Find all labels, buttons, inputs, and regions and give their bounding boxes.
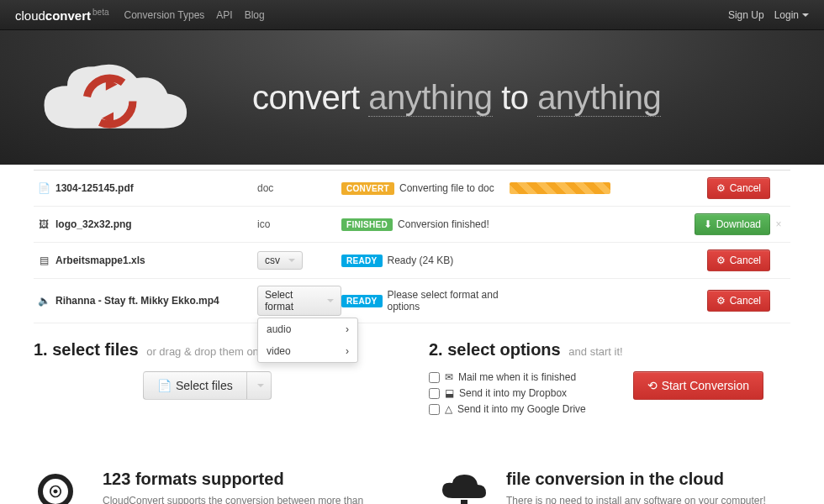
option-checkbox[interactable] bbox=[429, 388, 440, 399]
navbar: cloudconvertbeta Conversion Types API Bl… bbox=[0, 0, 824, 30]
file-row: ▤ Arbeitsmappe1.xlscsvREADYReady (24 KB)… bbox=[34, 243, 790, 279]
format-dropdown: audio›video› bbox=[257, 318, 358, 363]
file-status: READYPlease select format and options bbox=[341, 289, 510, 312]
select-files-group: 📄 Select files bbox=[143, 371, 272, 400]
chevron-right-icon: › bbox=[346, 323, 349, 335]
option-label: Mail me when it is finished bbox=[458, 371, 576, 383]
step2-title: 2. select options bbox=[429, 340, 561, 359]
features-row: ⦿ 123 formats supported CloudConvert sup… bbox=[34, 470, 790, 504]
file-name: Rihanna - Stay ft. Mikky Ekko.mp4 bbox=[55, 295, 257, 307]
status-badge: CONVERT bbox=[341, 182, 394, 195]
sheet-icon: ▤ bbox=[37, 255, 50, 266]
option-row: ⬓ Send it into my Dropbox bbox=[429, 387, 586, 399]
chevron-down-icon bbox=[257, 384, 264, 387]
step2-hint: and start it! bbox=[568, 345, 622, 358]
file-list: 📄 1304-125145.pdfdocCONVERTConverting fi… bbox=[34, 170, 790, 323]
nav-right: Sign Up Login bbox=[728, 9, 809, 21]
status-text: Conversion finished! bbox=[398, 218, 489, 230]
feature-cloud-title: file conversion in the cloud bbox=[506, 470, 766, 489]
steps-row: 1. select files or drag & drop them on t… bbox=[34, 340, 790, 419]
file-icon: 📄 bbox=[37, 182, 50, 194]
file-row: 🖼 logo_32x32.pngicoFINISHEDConversion fi… bbox=[34, 207, 790, 243]
gear-icon: ⚙ bbox=[716, 182, 726, 194]
cloud-download-icon bbox=[437, 470, 491, 504]
feature-formats-desc: CloudConvert supports the conversion bet… bbox=[103, 494, 363, 504]
nav-link-blog[interactable]: Blog bbox=[245, 9, 265, 21]
feature-formats: ⦿ 123 formats supported CloudConvert sup… bbox=[34, 470, 387, 504]
gear-icon: ⚙ bbox=[716, 255, 726, 266]
start-conversion-button[interactable]: ⟲ Start Conversion bbox=[633, 371, 763, 400]
brand-thin: cloud bbox=[15, 8, 45, 23]
file-name: 1304-125145.pdf bbox=[55, 182, 257, 194]
format-option-video[interactable]: video› bbox=[258, 340, 357, 362]
gear-icon: ⚙ bbox=[716, 295, 726, 307]
download-icon: ⬇ bbox=[704, 218, 712, 230]
nav-link-api[interactable]: API bbox=[216, 9, 232, 21]
chevron-right-icon: › bbox=[346, 345, 349, 357]
signup-link[interactable]: Sign Up bbox=[728, 9, 764, 21]
status-badge: FINISHED bbox=[341, 218, 393, 231]
file-format: ico bbox=[257, 218, 341, 230]
cancel-button[interactable]: ⚙Cancel bbox=[707, 290, 770, 312]
feature-cloud: file conversion in the cloud There is no… bbox=[437, 470, 790, 504]
step-select-options: 2. select options and start it! ✉ Mail m… bbox=[429, 340, 790, 419]
chevron-down-icon bbox=[802, 13, 809, 17]
hero-tagline: convert anything to anything bbox=[252, 79, 661, 117]
file-row: 📄 1304-125145.pdfdocCONVERTConverting fi… bbox=[34, 171, 790, 207]
format-select[interactable]: Select format bbox=[257, 286, 341, 316]
close-icon[interactable]: × bbox=[770, 218, 787, 230]
nav-link-conversion-types[interactable]: Conversion Types bbox=[124, 9, 205, 21]
step1-title: 1. select files bbox=[34, 340, 139, 359]
feature-cloud-desc: There is no need to install any software… bbox=[506, 494, 766, 504]
progress-bar bbox=[510, 182, 610, 194]
cancel-button[interactable]: ⚙Cancel bbox=[707, 177, 770, 199]
file-icon: 📄 bbox=[157, 379, 172, 392]
file-format[interactable]: csv bbox=[257, 251, 341, 270]
file-status: FINISHEDConversion finished! bbox=[341, 218, 510, 231]
progress-cell bbox=[510, 182, 619, 194]
file-row: 🔈 Rihanna - Stay ft. Mikky Ekko.mp4Selec… bbox=[34, 279, 790, 323]
file-name: logo_32x32.png bbox=[55, 218, 257, 230]
chevron-down-icon bbox=[288, 259, 295, 262]
mail-icon: ✉ bbox=[445, 371, 453, 383]
file-format: doc bbox=[257, 182, 341, 194]
magnifier-icon: ⦿ bbox=[34, 470, 87, 504]
status-text: Converting file to doc bbox=[399, 182, 494, 194]
brand-badge: beta bbox=[92, 8, 108, 17]
file-name: Arbeitsmappe1.xls bbox=[55, 255, 257, 266]
image-icon: 🖼 bbox=[37, 218, 50, 230]
file-format[interactable]: Select formataudio›video› bbox=[257, 286, 341, 316]
dropbox-icon: ⬓ bbox=[445, 387, 454, 399]
feature-formats-title: 123 formats supported bbox=[103, 470, 363, 489]
cancel-button[interactable]: ⚙Cancel bbox=[707, 249, 770, 271]
option-checkbox[interactable] bbox=[429, 372, 440, 383]
format-select[interactable]: csv bbox=[257, 251, 303, 270]
audio-icon: 🔈 bbox=[37, 295, 50, 307]
option-label: Send it into my Google Drive bbox=[457, 403, 586, 415]
status-text: Ready (24 KB) bbox=[388, 255, 454, 266]
refresh-icon: ⟲ bbox=[647, 379, 658, 392]
options-list: ✉ Mail me when it is finished ⬓ Send it … bbox=[429, 371, 586, 419]
svg-text:⦿: ⦿ bbox=[49, 485, 62, 499]
chevron-down-icon bbox=[327, 299, 334, 302]
login-link[interactable]: Login bbox=[774, 9, 809, 21]
option-checkbox[interactable] bbox=[429, 404, 440, 415]
download-button[interactable]: ⬇Download bbox=[695, 213, 770, 235]
option-label: Send it into my Dropbox bbox=[459, 387, 567, 399]
file-status: CONVERTConverting file to doc bbox=[341, 182, 510, 195]
hero-banner: convert anything to anything bbox=[0, 30, 824, 165]
file-status: READYReady (24 KB) bbox=[341, 255, 510, 267]
brand-bold: convert bbox=[45, 8, 91, 23]
nav-links: Conversion Types API Blog bbox=[124, 9, 728, 21]
brand-logo[interactable]: cloudconvertbeta bbox=[15, 8, 109, 23]
cloud-logo bbox=[34, 51, 193, 144]
status-badge: READY bbox=[341, 295, 383, 307]
select-files-dropdown[interactable] bbox=[247, 371, 272, 400]
option-row: ✉ Mail me when it is finished bbox=[429, 371, 586, 383]
status-badge: READY bbox=[341, 255, 383, 267]
gdrive-icon: △ bbox=[445, 403, 452, 415]
option-row: △ Send it into my Google Drive bbox=[429, 403, 586, 415]
status-text: Please select format and options bbox=[388, 289, 510, 312]
select-files-button[interactable]: 📄 Select files bbox=[143, 371, 247, 400]
format-option-audio[interactable]: audio› bbox=[258, 318, 357, 340]
